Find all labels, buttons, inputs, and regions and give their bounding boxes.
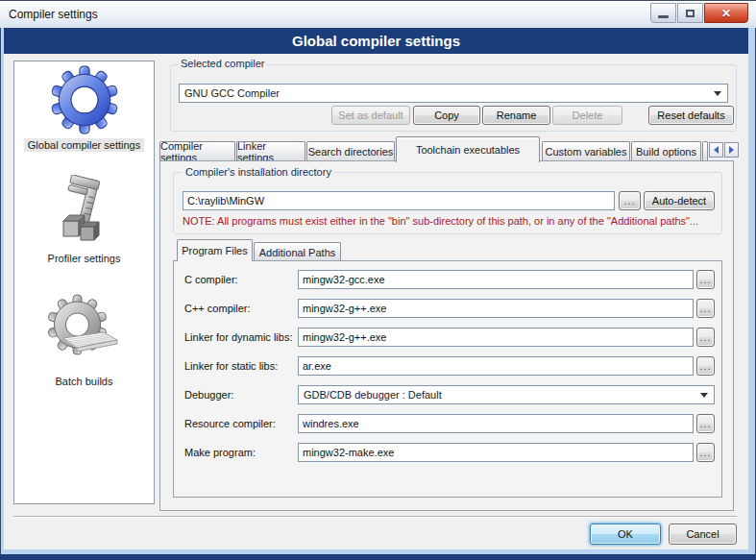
ellipsis-icon: ... bbox=[624, 196, 635, 207]
tab-custom-variables[interactable]: Custom variables bbox=[542, 141, 630, 161]
tab-label: Compiler settings bbox=[160, 141, 234, 161]
linker-static-browse-button[interactable]: ... bbox=[696, 356, 715, 376]
maximize-button[interactable] bbox=[677, 3, 703, 23]
installation-browse-button[interactable]: ... bbox=[619, 191, 641, 210]
tab-search-directories[interactable]: Search directories bbox=[306, 141, 395, 161]
sidebar-item-profiler-settings[interactable]: Profiler settings bbox=[14, 175, 154, 265]
chevron-down-icon bbox=[714, 91, 721, 96]
copy-button[interactable]: Copy bbox=[413, 106, 480, 125]
set-as-default-button[interactable]: Set as default bbox=[331, 106, 410, 125]
window-bottom-border bbox=[0, 554, 756, 560]
ellipsis-icon: ... bbox=[700, 448, 711, 458]
selected-compiler-legend: Selected compiler bbox=[178, 58, 267, 69]
cpp-compiler-browse-button[interactable]: ... bbox=[696, 299, 715, 318]
debugger-select-value: GDB/CDB debugger : Default bbox=[304, 389, 442, 401]
tab-label: Toolchain executables bbox=[416, 144, 520, 156]
delete-button[interactable]: Delete bbox=[552, 106, 622, 125]
resource-compiler-label: Resource compiler: bbox=[184, 418, 276, 429]
minimize-icon bbox=[658, 15, 669, 18]
gray-gear-papers-icon bbox=[48, 294, 121, 371]
tab-build-options[interactable]: Build options bbox=[631, 141, 701, 161]
tab-scroll-left-button[interactable] bbox=[709, 142, 723, 158]
sidebar-item-global-compiler-settings[interactable]: Global compiler settings bbox=[14, 65, 154, 152]
subtab-label: Program Files bbox=[182, 245, 247, 256]
tab-compiler-settings[interactable]: Compiler settings bbox=[159, 141, 235, 161]
linker-dynamic-browse-button[interactable]: ... bbox=[696, 328, 715, 347]
blue-gear-icon bbox=[50, 65, 119, 134]
sidebar-item-label: Profiler settings bbox=[44, 252, 125, 265]
window-title: Compiler settings bbox=[9, 8, 98, 21]
tab-toolchain-executables[interactable]: Toolchain executables bbox=[396, 136, 540, 162]
sidebar-item-batch-builds[interactable]: Batch builds bbox=[14, 294, 154, 388]
titlebar[interactable]: Compiler settings ✕ bbox=[0, 0, 756, 28]
ellipsis-icon: ... bbox=[700, 332, 711, 343]
tab-label: Build options bbox=[636, 146, 696, 158]
client-area: Global compiler settings bbox=[4, 54, 748, 549]
reset-defaults-button[interactable]: Reset defaults bbox=[648, 106, 734, 125]
c-compiler-label: C compiler: bbox=[184, 274, 238, 285]
subtab-program-files[interactable]: Program Files bbox=[177, 239, 253, 261]
page-title: Global compiler settings bbox=[292, 33, 460, 49]
maximize-icon bbox=[686, 10, 695, 17]
linker-dynamic-input[interactable] bbox=[298, 328, 694, 347]
compiler-select-value: GNU GCC Compiler bbox=[184, 87, 280, 99]
c-compiler-browse-button[interactable]: ... bbox=[696, 270, 715, 289]
footer-divider bbox=[13, 516, 737, 518]
compiler-select[interactable]: GNU GCC Compiler bbox=[179, 84, 728, 103]
debugger-select[interactable]: GDB/CDB debugger : Default bbox=[298, 385, 715, 404]
make-program-label: Make program: bbox=[184, 447, 256, 458]
c-compiler-input[interactable] bbox=[298, 270, 694, 289]
ellipsis-icon: ... bbox=[700, 361, 711, 372]
make-program-input[interactable] bbox=[298, 443, 694, 462]
cpp-compiler-label: C++ compiler: bbox=[184, 303, 250, 314]
compiler-settings-window: Compiler settings ✕ Global compiler sett… bbox=[0, 0, 756, 560]
subtab-additional-paths[interactable]: Additional Paths bbox=[254, 242, 341, 261]
ok-button[interactable]: OK bbox=[590, 523, 661, 545]
arrow-right-icon bbox=[729, 146, 734, 154]
linker-static-input[interactable] bbox=[298, 356, 694, 376]
caliper-icon bbox=[50, 175, 119, 248]
dialog-header: Global compiler settings bbox=[4, 28, 748, 54]
make-program-browse-button[interactable]: ... bbox=[696, 443, 715, 462]
tab-label: Search directories bbox=[308, 146, 394, 158]
settings-sidebar: Global compiler settings bbox=[13, 61, 155, 504]
cpp-compiler-input[interactable] bbox=[298, 299, 694, 318]
arrow-left-icon bbox=[714, 146, 719, 154]
tab-linker-settings[interactable]: Linker settings bbox=[236, 141, 305, 161]
sidebar-item-label: Batch builds bbox=[52, 375, 117, 388]
chevron-down-icon bbox=[700, 393, 708, 398]
installation-note: NOTE: All programs must exist either in … bbox=[183, 215, 698, 227]
linker-static-label: Linker for static libs: bbox=[184, 360, 278, 372]
ellipsis-icon: ... bbox=[700, 275, 711, 285]
tab-label: Custom variables bbox=[546, 146, 627, 158]
rename-button[interactable]: Rename bbox=[482, 106, 550, 125]
sidebar-item-label: Global compiler settings bbox=[24, 138, 144, 152]
auto-detect-button[interactable]: Auto-detect bbox=[644, 191, 715, 210]
installation-directory-legend: Compiler's installation directory bbox=[183, 166, 334, 178]
resource-compiler-browse-button[interactable]: ... bbox=[696, 414, 715, 433]
tab-label: Linker settings bbox=[237, 141, 305, 161]
close-icon: ✕ bbox=[721, 7, 731, 20]
resource-compiler-input[interactable] bbox=[298, 414, 694, 433]
linker-dynamic-label: Linker for dynamic libs: bbox=[184, 331, 293, 343]
ellipsis-icon: ... bbox=[700, 419, 711, 429]
cancel-button[interactable]: Cancel bbox=[669, 523, 737, 545]
tab-scroll-right-button[interactable] bbox=[724, 142, 739, 158]
ellipsis-icon: ... bbox=[700, 304, 711, 314]
debugger-label: Debugger: bbox=[184, 389, 233, 401]
subtab-label: Additional Paths bbox=[259, 247, 336, 258]
installation-path-input[interactable] bbox=[183, 191, 615, 210]
minimize-button[interactable] bbox=[650, 3, 676, 23]
tab-partial[interactable] bbox=[702, 141, 708, 161]
close-button[interactable]: ✕ bbox=[704, 3, 748, 23]
